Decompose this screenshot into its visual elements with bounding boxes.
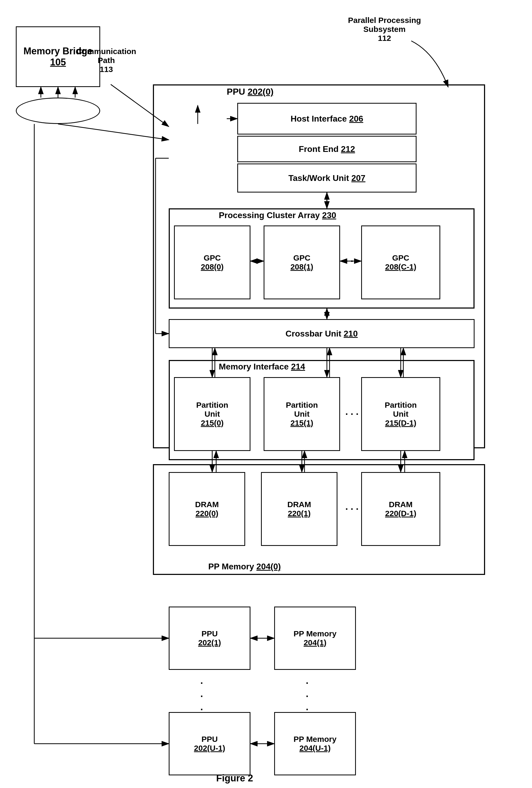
crossbar-box: Crossbar Unit 210 <box>169 319 474 348</box>
task-work-label: Task/Work Unit 207 <box>288 173 365 183</box>
dram-d1-box: DRAM 220(D-1) <box>361 472 440 546</box>
host-interface-box: Host Interface 206 <box>237 103 416 135</box>
host-interface-label: Host Interface 206 <box>290 114 363 124</box>
task-work-box: Task/Work Unit 207 <box>237 163 416 193</box>
system-bus-ellipse <box>16 98 100 124</box>
pps-label: Parallel ProcessingSubsystem112 <box>348 16 421 43</box>
part-dots: . . . <box>345 406 359 417</box>
gpc-c1-box: GPC 208(C-1) <box>361 225 440 299</box>
dram-1-box: DRAM 220(1) <box>261 472 337 546</box>
ppu-1-box: PPU 202(1) <box>169 607 250 670</box>
crossbar-label: Crossbar Unit 210 <box>286 329 358 339</box>
pp-mem-label: PP Memory 204(0) <box>208 562 281 571</box>
figure-label: Figure 2 <box>216 773 253 784</box>
svg-line-8 <box>58 124 169 140</box>
gpc-0-box: GPC 208(0) <box>174 225 250 299</box>
mem-dots-1: . <box>306 675 308 686</box>
partition-1-box: PartitionUnit 215(1) <box>264 377 340 451</box>
mem-dots-2: . <box>306 688 308 700</box>
mem-dots-3: . <box>306 702 308 713</box>
pp-mem-u1-box: PP Memory 204(U-1) <box>274 712 356 775</box>
gpc-1-box: GPC 208(1) <box>264 225 340 299</box>
memory-bridge-number: 105 <box>50 57 66 68</box>
pp-mem-1-box: PP Memory 204(1) <box>274 607 356 670</box>
mem-interface-label: Memory Interface 214 <box>219 362 305 372</box>
dram-0-box: DRAM 220(0) <box>169 472 245 546</box>
ppu-label: PPU 202(0) <box>227 86 274 97</box>
pca-label: Processing Cluster Array 230 <box>219 211 336 220</box>
comm-path-label: CommunicationPath113 <box>77 47 136 74</box>
gpc-dots: . . . <box>345 253 359 264</box>
partition-d1-box: PartitionUnit 215(D-1) <box>361 377 440 451</box>
front-end-box: Front End 212 <box>237 136 416 162</box>
ppu-dots-2: . <box>200 688 203 700</box>
partition-0-box: PartitionUnit 215(0) <box>174 377 250 451</box>
ppu-u1-box: PPU 202(U-1) <box>169 712 250 775</box>
diagram: Memory Bridge 105 CommunicationPath113 P… <box>0 0 532 788</box>
ppu-dots-1: . <box>200 675 203 686</box>
dram-dots: . . . <box>345 501 359 512</box>
front-end-label: Front End 212 <box>299 144 355 154</box>
ppu-dots-3: . <box>200 702 203 713</box>
